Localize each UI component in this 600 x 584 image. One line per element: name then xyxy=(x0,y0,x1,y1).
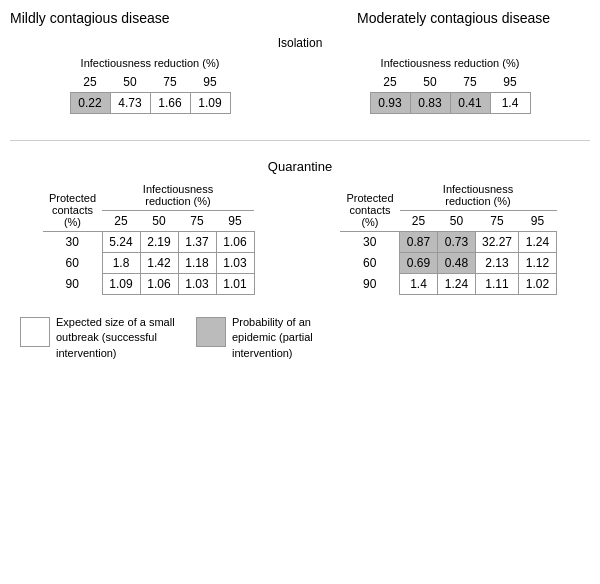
mild-iso-v1: 0.22 xyxy=(70,93,110,114)
mod-iso-row: 0.93 0.83 0.41 1.4 xyxy=(370,93,530,114)
mild-q-90-95: 1.01 xyxy=(216,274,254,295)
mild-q-col-75: 75 xyxy=(178,211,216,232)
mod-iso-v3: 0.41 xyxy=(450,93,490,114)
mod-iso-col-95: 95 xyxy=(490,72,530,93)
mild-q-90-25: 1.09 xyxy=(102,274,140,295)
mild-quarantine-table: Protected contacts (%) Infectiousnessred… xyxy=(43,180,255,295)
mild-q-90-75: 1.03 xyxy=(178,274,216,295)
mild-q-30-75: 1.37 xyxy=(178,232,216,253)
legend-white-box xyxy=(20,317,50,347)
mild-isolation-table: Infectiousness reduction (%) 25 50 75 95… xyxy=(70,54,231,114)
isolation-title: Isolation xyxy=(10,36,590,50)
mild-q-30-50: 2.19 xyxy=(140,232,178,253)
quarantine-title: Quarantine xyxy=(10,159,590,174)
legend-gray-text: Probability of an epidemic (partial inte… xyxy=(232,315,352,361)
mild-q-60-50: 1.42 xyxy=(140,253,178,274)
mild-q-col-25: 25 xyxy=(102,211,140,232)
mild-iso-col-95: 95 xyxy=(190,72,230,93)
mild-iso-v4: 1.09 xyxy=(190,93,230,114)
mod-q-row-90: 90 1.4 1.24 1.11 1.02 xyxy=(340,274,556,295)
mod-iso-v2: 0.83 xyxy=(410,93,450,114)
mod-q-60-50: 0.48 xyxy=(438,253,476,274)
mod-q-90-95: 1.02 xyxy=(519,274,557,295)
mod-q-30-50: 0.73 xyxy=(438,232,476,253)
mod-q-60-95: 1.12 xyxy=(519,253,557,274)
mild-iso-col-75: 75 xyxy=(150,72,190,93)
mild-q-row-60-label: 60 xyxy=(43,253,102,274)
quarantine-tables: Protected contacts (%) Infectiousnessred… xyxy=(10,180,590,295)
mod-iso-v4: 1.4 xyxy=(490,93,530,114)
mild-q-row-60: 60 1.8 1.42 1.18 1.03 xyxy=(43,253,254,274)
moderate-quarantine-table: Protected contacts (%) Infectiousnessred… xyxy=(340,180,557,295)
mod-q-col-75: 75 xyxy=(476,211,519,232)
mod-q-90-25: 1.4 xyxy=(400,274,438,295)
mod-q-90-50: 1.24 xyxy=(438,274,476,295)
mild-q-60-75: 1.18 xyxy=(178,253,216,274)
legend-gray-box xyxy=(196,317,226,347)
mild-q-row-90-label: 90 xyxy=(43,274,102,295)
mod-q-row-60: 60 0.69 0.48 2.13 1.12 xyxy=(340,253,556,274)
isolation-tables: Infectiousness reduction (%) 25 50 75 95… xyxy=(10,54,590,114)
mod-iso-col-25: 25 xyxy=(370,72,410,93)
mod-q-col-50: 50 xyxy=(438,211,476,232)
mild-title: Mildly contagious disease xyxy=(10,10,170,26)
mild-iso-v2: 4.73 xyxy=(110,93,150,114)
mild-q-row-90: 90 1.09 1.06 1.03 1.01 xyxy=(43,274,254,295)
mod-q-row-60-label: 60 xyxy=(340,253,399,274)
mod-iso-col-75: 75 xyxy=(450,72,490,93)
mild-isolation-infect-label: Infectiousness reduction (%) xyxy=(70,54,230,72)
mild-iso-col-50: 50 xyxy=(110,72,150,93)
mod-q-protected-label: Protected contacts (%) xyxy=(346,192,393,228)
mild-iso-col-25: 25 xyxy=(70,72,110,93)
mild-q-row-30-label: 30 xyxy=(43,232,102,253)
mod-q-infect-label: Infectiousnessreduction (%) xyxy=(400,180,557,211)
moderate-title: Moderately contagious disease xyxy=(357,10,550,26)
mild-q-col-95: 95 xyxy=(216,211,254,232)
mod-iso-v1: 0.93 xyxy=(370,93,410,114)
mild-iso-row: 0.22 4.73 1.66 1.09 xyxy=(70,93,230,114)
mod-q-col-25: 25 xyxy=(400,211,438,232)
mild-q-60-95: 1.03 xyxy=(216,253,254,274)
legend-section: Expected size of a small outbreak (succe… xyxy=(10,315,590,361)
mod-q-30-75: 32.27 xyxy=(476,232,519,253)
mod-q-30-25: 0.87 xyxy=(400,232,438,253)
mild-q-protected-label: Protected contacts (%) xyxy=(49,192,96,228)
moderate-isolation-table: Infectiousness reduction (%) 25 50 75 95… xyxy=(370,54,531,114)
divider xyxy=(10,140,590,141)
mild-q-30-95: 1.06 xyxy=(216,232,254,253)
mod-q-60-25: 0.69 xyxy=(400,253,438,274)
mod-q-row-30-label: 30 xyxy=(340,232,399,253)
legend-gray-item: Probability of an epidemic (partial inte… xyxy=(196,315,352,361)
mild-q-60-25: 1.8 xyxy=(102,253,140,274)
quarantine-section: Quarantine Protected contacts (%) Infect… xyxy=(10,159,590,295)
mod-q-30-95: 1.24 xyxy=(519,232,557,253)
mild-q-30-25: 5.24 xyxy=(102,232,140,253)
legend-white-text: Expected size of a small outbreak (succe… xyxy=(56,315,176,361)
mod-q-90-75: 1.11 xyxy=(476,274,519,295)
mild-q-infect-label: Infectiousnessreduction (%) xyxy=(102,180,254,211)
mild-q-row-30: 30 5.24 2.19 1.37 1.06 xyxy=(43,232,254,253)
legend-white-item: Expected size of a small outbreak (succe… xyxy=(20,315,176,361)
mod-q-row-90-label: 90 xyxy=(340,274,399,295)
mild-iso-v3: 1.66 xyxy=(150,93,190,114)
isolation-section: Isolation Infectiousness reduction (%) 2… xyxy=(10,36,590,114)
mod-isolation-infect-label: Infectiousness reduction (%) xyxy=(370,54,530,72)
mod-q-60-75: 2.13 xyxy=(476,253,519,274)
mod-iso-col-50: 50 xyxy=(410,72,450,93)
top-titles: Mildly contagious disease Moderately con… xyxy=(10,10,590,26)
main-container: Mildly contagious disease Moderately con… xyxy=(10,10,590,361)
mild-q-90-50: 1.06 xyxy=(140,274,178,295)
mod-q-row-30: 30 0.87 0.73 32.27 1.24 xyxy=(340,232,556,253)
mild-q-col-50: 50 xyxy=(140,211,178,232)
mod-q-col-95: 95 xyxy=(519,211,557,232)
